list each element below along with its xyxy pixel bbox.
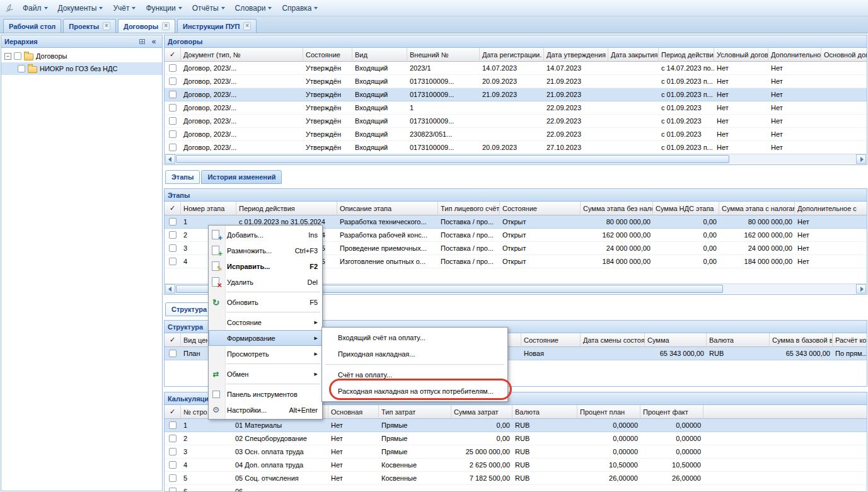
row-checkbox[interactable]: [169, 91, 176, 98]
row-checkbox[interactable]: [169, 474, 176, 482]
table-row[interactable]: 101 МатериалыНетПрямые0,00RUB0,000000,00…: [165, 419, 867, 432]
row-checkbox[interactable]: [169, 117, 176, 125]
column-header[interactable]: Тип затрат: [379, 405, 451, 419]
menu-item[interactable]: Обмен▶: [209, 366, 322, 382]
column-header[interactable]: Дата регистрации.: [480, 48, 544, 62]
column-header[interactable]: Валюта: [512, 405, 577, 419]
column-header[interactable]: Дата закрытия: [608, 48, 659, 62]
row-checkbox[interactable]: [169, 218, 176, 226]
column-header[interactable]: Расчёт ко: [833, 333, 867, 347]
menubar-item[interactable]: Функции: [141, 1, 187, 15]
menu-item[interactable]: Приходная накладная...: [322, 346, 507, 362]
menu-item[interactable]: Формирование▶: [209, 330, 322, 346]
select-all-header[interactable]: ✓: [165, 333, 181, 347]
table-row[interactable]: Договор, 2023/...УтверждёнВходящий122.09…: [165, 101, 867, 115]
table-row[interactable]: 202 СпецоборудованиеНетПрямые0,00RUB0,00…: [165, 432, 867, 445]
table-row[interactable]: Договор, 2023/...УтверждёнВходящий230823…: [165, 128, 867, 141]
table-row[interactable]: 505 Соц. отчисленияНетКосвенные7 182 500…: [165, 472, 867, 485]
table-row[interactable]: Договор, 2023/...УтверждёнВходящий017310…: [165, 88, 867, 101]
scroll-right-button[interactable]: [856, 284, 866, 294]
column-header[interactable]: Состояние: [500, 202, 581, 215]
column-header[interactable]: Тип лицевого счёт: [438, 202, 500, 215]
column-header[interactable]: Вид: [352, 48, 407, 62]
tree-node-label[interactable]: Договоры: [36, 52, 67, 60]
row-checkbox[interactable]: [169, 421, 176, 429]
row-checkbox[interactable]: [169, 144, 176, 151]
column-header[interactable]: Валюта: [707, 333, 770, 347]
menu-item[interactable]: Панель инструментов: [209, 386, 322, 402]
column-header[interactable]: Основная: [328, 405, 379, 419]
collapse-panel-icon[interactable]: «: [149, 37, 159, 46]
menu-item[interactable]: Просмотреть▶: [209, 346, 322, 362]
tree-checkbox[interactable]: [14, 52, 21, 60]
scroll-right-button[interactable]: [856, 154, 866, 164]
column-header[interactable]: Описание этапа: [337, 202, 438, 215]
menu-item[interactable]: Размножить...Ctrl+F3: [209, 243, 322, 258]
menu-item[interactable]: Входящий счёт на оплату...: [322, 329, 507, 346]
column-header[interactable]: Сумма НДС этапа: [653, 202, 719, 215]
menu-item[interactable]: ОбновитьF5: [209, 294, 322, 310]
tab-history[interactable]: История изменений: [201, 170, 282, 184]
scroll-thumb[interactable]: [176, 155, 729, 163]
table-row[interactable]: Договор, 2023/...УтверждёнВходящий017310…: [165, 115, 867, 128]
row-checkbox[interactable]: [169, 488, 176, 492]
tree-node-child[interactable]: НИОКР по ГОЗ без НДС: [1, 62, 162, 75]
column-header[interactable]: Период действия...: [659, 48, 714, 62]
column-header[interactable]: Дополнительное с: [768, 48, 821, 62]
menu-item[interactable]: Состояние▶: [209, 314, 322, 330]
table-row[interactable]: 404 Доп. оплата трудаНетКосвенные2 625 0…: [165, 459, 867, 472]
menubar-item[interactable]: Файл: [18, 1, 53, 15]
close-icon[interactable]: ×: [103, 22, 110, 30]
column-header[interactable]: Процент факт: [640, 405, 703, 419]
column-header[interactable]: Номер этапа: [181, 202, 236, 215]
column-header[interactable]: Процент план: [577, 405, 640, 419]
menubar-item[interactable]: Учёт: [108, 1, 141, 15]
table-row[interactable]: Договор, 2023/...УтверждёнВходящий017310…: [165, 141, 867, 154]
tab-structure[interactable]: Структура: [165, 302, 213, 316]
menu-item[interactable]: Расходная накладная на отпуск потребител…: [322, 383, 507, 399]
row-checkbox[interactable]: [169, 104, 176, 112]
column-header[interactable]: Дата утверждения: [544, 48, 608, 62]
menubar-item[interactable]: Справка: [277, 1, 323, 15]
table-row[interactable]: Договор, 2023/...УтверждёнВходящий2023/1…: [165, 62, 867, 75]
row-checkbox[interactable]: [169, 130, 176, 138]
tree-checkbox[interactable]: [18, 65, 25, 72]
table-row[interactable]: 303 Осн. оплата трудаНетПрямые25 000 000…: [165, 445, 867, 459]
tree-node-root[interactable]: Договоры: [1, 50, 162, 62]
column-header[interactable]: Сумма затрат: [451, 405, 512, 419]
select-all-header[interactable]: ✓: [165, 405, 181, 419]
row-checkbox[interactable]: [169, 461, 176, 469]
close-icon[interactable]: ×: [162, 22, 170, 30]
scroll-left-button[interactable]: [165, 154, 175, 164]
column-header[interactable]: Внешний №: [407, 48, 480, 62]
menu-item[interactable]: Счёт на оплату...: [322, 367, 507, 383]
column-header[interactable]: Сумма этапа без налогов: [581, 202, 653, 215]
main-tab[interactable]: Инструкции ПУП×: [177, 19, 257, 33]
column-header[interactable]: Дата смены состоя: [581, 333, 645, 347]
column-header[interactable]: Сумма в базовой в: [770, 333, 833, 347]
main-tab[interactable]: Проекты×: [63, 19, 116, 33]
menu-item[interactable]: Добавить...Ins: [209, 227, 322, 243]
table-view-icon[interactable]: [137, 37, 147, 46]
main-tab[interactable]: Договоры×: [118, 19, 175, 33]
main-tab[interactable]: Рабочий стол: [3, 19, 61, 33]
menubar-item[interactable]: Словари: [230, 1, 277, 15]
menu-item[interactable]: УдалитьDel: [209, 274, 322, 290]
column-header[interactable]: Период действия: [236, 202, 337, 215]
row-checkbox[interactable]: [169, 231, 176, 239]
select-all-header[interactable]: ✓: [165, 202, 181, 215]
row-checkbox[interactable]: [169, 258, 176, 265]
column-header[interactable]: Состояние: [521, 333, 581, 347]
select-all-header[interactable]: ✓: [165, 48, 181, 62]
row-checkbox[interactable]: [169, 77, 176, 85]
table-row[interactable]: 606 ...: [165, 485, 867, 492]
column-header[interactable]: Сумма: [645, 333, 707, 347]
column-header[interactable]: Основной договор: [821, 48, 867, 62]
column-header[interactable]: [703, 405, 867, 419]
row-checkbox[interactable]: [169, 435, 176, 442]
column-header[interactable]: Документ (тип, №: [181, 48, 303, 62]
row-checkbox[interactable]: [169, 64, 176, 72]
menubar-item[interactable]: Документы: [53, 1, 108, 15]
row-checkbox[interactable]: [169, 244, 176, 252]
tree-node-label[interactable]: НИОКР по ГОЗ без НДС: [40, 65, 117, 72]
